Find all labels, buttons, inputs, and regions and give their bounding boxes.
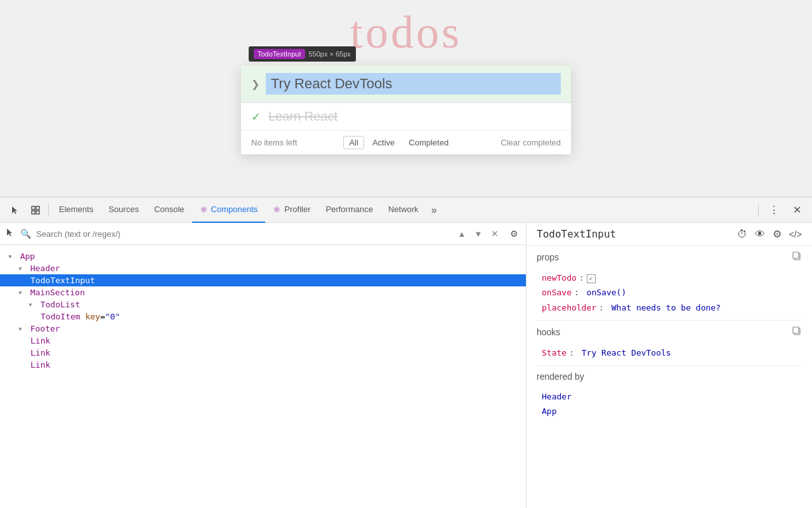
tab-profiler-label: Profiler [284,204,310,214]
tree-item-link-2[interactable]: Link [0,347,526,359]
todo-input-area: TodoTextInput 550px × 65px ❯ [241,65,571,103]
tab-elements[interactable]: Elements [51,197,101,223]
comp-name: Link [30,348,50,358]
tree-arrow: ▾ [18,264,28,273]
search-input[interactable] [36,229,450,239]
prop-value-func: onSave() [582,285,626,300]
tooltip-component-name: TodoTextInput [254,49,305,59]
tooltip-badge: TodoTextInput 550px × 65px [249,46,356,62]
app-title: todos [350,6,462,59]
svg-rect-2 [32,211,35,214]
comp-name: Footer [30,324,60,333]
search-clear-button[interactable]: ✕ [488,227,502,241]
props-section-header: props [527,246,812,268]
svg-rect-1 [36,206,39,210]
devtools-panel: Elements Sources Console ⚛ Components ⚛ … [0,197,812,508]
prop-line-newtodo: newTodo: ✓ [542,271,797,285]
todo-filter-buttons: All Active Completed [343,136,454,149]
tab-sources-label: Sources [108,204,139,214]
hook-value: Try React DevTools [577,345,671,360]
hooks-content: State: Try React DevTools [527,343,812,365]
prop-key: onSave [542,285,572,300]
source-icon-button[interactable]: </> [789,229,802,239]
tab-network[interactable]: Network [381,197,426,223]
tab-divider [48,204,49,217]
tree-item-footer[interactable]: ▾ Footer [0,323,526,335]
svg-rect-5 [793,252,799,258]
comp-name: Header [30,264,60,273]
tab-console[interactable]: Console [147,197,192,223]
tree-arrow: ▾ [18,324,28,333]
rendered-by-app[interactable]: App [542,404,797,418]
todo-app-card: TodoTextInput 550px × 65px ❯ ✓ Learn Rea… [241,65,571,154]
tab-performance-label: Performance [326,204,373,214]
tree-arrow: ▾ [18,288,28,297]
tab-performance[interactable]: Performance [318,197,381,223]
tree-item-link-1[interactable]: Link [0,335,526,347]
components-icon: ⚛ [200,204,208,215]
comp-name: Link [30,360,50,370]
hook-line-state: State: Try React DevTools [542,345,797,360]
todo-footer-bar: No items left All Active Completed Clear… [241,131,571,154]
tree-item-mainsection[interactable]: ▾ MainSection [0,286,526,298]
rendered-by-content: Header App [527,387,812,424]
search-magnifier-icon: 🔍 [20,229,31,239]
todo-item-row: ✓ Learn React [241,103,571,131]
tab-sources[interactable]: Sources [101,197,147,223]
props-copy-button[interactable] [792,251,802,263]
filter-completed-button[interactable]: Completed [403,136,454,149]
clear-completed-button[interactable]: Clear completed [501,138,561,147]
search-next-button[interactable]: ▼ [471,227,485,241]
left-panel: 🔍 ▲ ▼ ✕ ⚙ ▾ App ▾ Header [0,223,527,508]
svg-rect-7 [793,327,799,333]
filter-active-button[interactable]: Active [367,136,400,149]
tree-item-todolist[interactable]: ▾ TodoList [0,298,526,311]
prop-value-str: What needs to be done? [606,300,721,315]
tab-profiler[interactable]: ⚛ Profiler [265,197,318,223]
chevron-icon: ❯ [251,78,259,90]
todo-check-icon: ✓ [251,110,261,124]
tooltip-size: 550px × 65px [309,50,351,58]
eye-icon-button[interactable]: 👁 [755,229,765,240]
tree-item-link-3[interactable]: Link [0,359,526,371]
right-panel: TodoTextInput ⏱ 👁 ⚙ </> props [527,223,812,508]
tab-components-label: Components [211,204,258,214]
search-prev-button[interactable]: ▲ [455,227,469,241]
tree-item-todoitem[interactable]: TodoItem key="0" [0,311,526,323]
stopwatch-icon-button[interactable]: ⏱ [737,229,747,240]
tree-item-app[interactable]: ▾ App [0,250,526,262]
app-area: todos TodoTextInput 550px × 65px ❯ ✓ Lea… [0,0,812,197]
settings-icon-button[interactable]: ⚙ [773,228,782,240]
more-tabs-button[interactable]: » [426,197,442,223]
props-content: newTodo: ✓ onSave: onSave() placeholder:… [527,268,812,320]
svg-rect-3 [36,211,39,214]
items-left-count: No items left [251,138,297,147]
rendered-by-header[interactable]: Header [542,389,797,404]
devtools-more-button[interactable]: ⋮ [764,200,784,220]
filter-all-button[interactable]: All [343,136,363,149]
comp-attr: key [85,312,100,321]
tree-arrow: ▾ [28,300,38,309]
cursor-icon [5,227,15,240]
devtools-close-button[interactable]: ✕ [787,200,807,220]
hooks-copy-button[interactable] [792,326,802,338]
right-header: TodoTextInput ⏱ 👁 ⚙ </> [527,223,812,246]
hooks-title: hooks [537,327,560,337]
profiler-icon: ⚛ [273,204,281,215]
devtools-body: 🔍 ▲ ▼ ✕ ⚙ ▾ App ▾ Header [0,223,812,508]
todo-item-text: Learn React [268,109,337,124]
tab-components[interactable]: ⚛ Components [192,197,266,223]
hook-type: State [542,345,566,360]
cursor-tool-button[interactable] [5,200,25,220]
todo-input[interactable] [266,73,561,95]
props-title: props [537,252,559,262]
inspect-button[interactable] [25,200,46,220]
rendered-by-title: rendered by [537,371,584,382]
tree-item-todotextinput[interactable]: TodoTextInput [0,274,526,286]
rendered-by-section-header: rendered by [527,366,812,387]
tree-item-header[interactable]: ▾ Header [0,262,526,274]
search-settings-button[interactable]: ⚙ [507,227,521,241]
tab-elements-label: Elements [59,204,93,214]
tree-arrow: ▾ [8,251,18,261]
devtools-tabs-bar: Elements Sources Console ⚛ Components ⚛ … [0,197,812,223]
